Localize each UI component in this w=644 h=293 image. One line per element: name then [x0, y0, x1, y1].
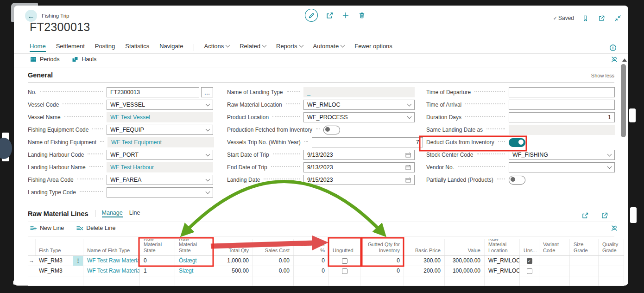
menu-tab-posting[interactable]: Posting: [95, 43, 115, 52]
cell-value[interactable]: 300,000.00: [445, 256, 485, 266]
delete-line-button[interactable]: Delete Line: [76, 224, 115, 232]
menu-dropdown-actions[interactable]: Actions: [204, 43, 230, 52]
ungutted-checkbox[interactable]: [342, 268, 347, 274]
vessels-trip-no-within-year-input[interactable]: 7: [312, 137, 423, 147]
column-header-size_grade[interactable]: Size Grade: [570, 239, 599, 255]
cell-raw_material_location[interactable]: WF_RMLOC: [485, 266, 520, 276]
deduct-guts-from-inventory-toggle[interactable]: [509, 138, 525, 147]
ungutted-checkbox[interactable]: [342, 258, 347, 264]
side-panel-handle[interactable]: [0, 138, 12, 159]
cell-raw_material_state[interactable]: 1: [140, 266, 175, 276]
share-list-button[interactable]: [580, 210, 590, 221]
cell-raw_material_location[interactable]: WF_RMLOC: [485, 256, 520, 266]
cell-name_of_raw_material_state[interactable]: Óslægt: [175, 256, 212, 266]
landing-date-input[interactable]: 9/15/2023: [303, 175, 415, 185]
cell-name_of_raw_material_state[interactable]: Slægt: [175, 266, 212, 276]
cell-value[interactable]: 100,000.00: [445, 266, 485, 276]
product-location-select[interactable]: WF_PROCESS: [303, 112, 415, 122]
pin-button[interactable]: [611, 56, 618, 65]
cell-raw_material_state[interactable]: 0: [140, 256, 175, 266]
column-header-name_of_fish_type[interactable]: Name of Fish Type: [83, 239, 140, 255]
fishing-area-code-select[interactable]: WF_FAREA: [107, 175, 213, 185]
cell-fish_type[interactable]: WF_RM3: [35, 256, 73, 266]
hauls-button[interactable]: Hauls: [71, 56, 96, 63]
periods-button[interactable]: Periods: [30, 56, 59, 63]
cell-sales_cost_pct[interactable]: 0: [294, 256, 329, 266]
edit-button[interactable]: [304, 8, 318, 22]
cell-basic_price[interactable]: 200.00: [404, 266, 445, 276]
duration-days-input[interactable]: 1: [509, 112, 615, 122]
date-picker-button[interactable]: [405, 152, 411, 158]
cell-gutted_qty_for_inventory[interactable]: 0: [360, 266, 404, 276]
cell-gutted_qty_for_inventory[interactable]: 0: [360, 256, 404, 266]
menu-dropdown-related[interactable]: Related: [240, 43, 266, 52]
menu-tab-settlement[interactable]: Settlement: [56, 43, 85, 52]
start-date-of-trip-input[interactable]: 9/13/2023: [303, 150, 415, 160]
column-header-sales_cost[interactable]: Sales Cost: [253, 239, 294, 255]
uns-checkbox[interactable]: [527, 258, 532, 264]
cell-sales_cost[interactable]: 0.00: [253, 256, 294, 266]
tab-line[interactable]: Line: [129, 210, 140, 217]
column-header-total_qty[interactable]: Total Qty: [212, 239, 253, 255]
cell-sales_cost[interactable]: 0.00: [253, 266, 294, 276]
scroll-up-arrow[interactable]: [622, 58, 627, 62]
cell-variant_code[interactable]: [539, 266, 570, 276]
cell-sales_cost_pct[interactable]: 0: [294, 266, 329, 276]
column-header-ungutted[interactable]: Ungutted: [329, 239, 360, 255]
column-header-variant_code[interactable]: Variant Code: [539, 239, 570, 255]
partially-landed-products-toggle[interactable]: [509, 176, 525, 185]
date-picker-button[interactable]: [405, 177, 411, 183]
column-header-raw_material_state[interactable]: Raw Material State: [140, 239, 175, 255]
assist-edit-button[interactable]: …: [201, 87, 213, 97]
no-input[interactable]: FT2300013: [107, 87, 199, 97]
vessel-code-select[interactable]: WF_VESSEL: [107, 100, 213, 110]
open-in-new-window-button[interactable]: [596, 13, 606, 23]
landing-harbour-code-select[interactable]: WF_PORT: [107, 150, 213, 160]
cell-quality_grade[interactable]: [599, 266, 624, 276]
menu-fewer-options[interactable]: Fewer options: [354, 43, 392, 52]
breadcrumb[interactable]: Fishing Trip: [42, 13, 69, 19]
time-of-departure-input[interactable]: [509, 87, 615, 97]
date-picker-button[interactable]: [405, 165, 411, 170]
cell-variant_code[interactable]: [539, 256, 570, 266]
raw-material-location-select[interactable]: WF_RMLOC: [303, 100, 415, 110]
landing-type-code-select[interactable]: [107, 187, 213, 197]
add-button[interactable]: [341, 10, 351, 20]
vendor-no-select[interactable]: [509, 162, 615, 172]
fishing-equipment-code-select[interactable]: WF_FEQUIP: [107, 125, 213, 135]
cell-size_grade[interactable]: [570, 266, 599, 276]
column-header-raw_material_location[interactable]: Raw Material Location: [485, 239, 520, 255]
show-less-link[interactable]: Show less: [591, 73, 614, 78]
delete-button[interactable]: [357, 10, 367, 20]
menu-dropdown-automate[interactable]: Automate: [313, 43, 345, 52]
menu-tab-statistics[interactable]: Statistics: [125, 43, 149, 52]
column-header-name_of_raw_material_state[interactable]: Name of Raw Material State: [175, 239, 212, 255]
pin-button[interactable]: [611, 224, 618, 234]
cell-name_of_fish_type[interactable]: WF Test Raw Material 3: [83, 256, 140, 266]
column-header-basic_price[interactable]: Basic Price: [404, 239, 445, 255]
stock-center-code-select[interactable]: WF_FISHING: [509, 150, 615, 160]
row-context-menu-button[interactable]: ⋮: [73, 256, 83, 266]
share-button[interactable]: [324, 10, 335, 20]
uns-checkbox[interactable]: [527, 268, 532, 274]
time-of-arrival-input[interactable]: [509, 100, 615, 110]
cell-basic_price[interactable]: 300.00: [404, 256, 445, 266]
end-date-of-trip-input[interactable]: 9/13/2023: [303, 162, 415, 172]
column-header-sales_cost_pct[interactable]: Sales Cost %: [294, 239, 329, 255]
column-header-quality_grade[interactable]: Quality Grade: [599, 239, 624, 255]
cell-total_qty[interactable]: 500.00: [212, 266, 253, 276]
vertical-scrollbar[interactable]: [621, 64, 626, 137]
cell-size_grade[interactable]: [570, 256, 599, 266]
column-header-uns[interactable]: Uns...: [520, 239, 539, 255]
cell-name_of_fish_type[interactable]: WF Test Raw Material 3: [83, 266, 140, 276]
production-fetched-from-inventory-toggle[interactable]: [323, 126, 340, 134]
tab-manage[interactable]: Manage: [102, 210, 123, 217]
cell-quality_grade[interactable]: [599, 256, 624, 266]
menu-dropdown-reports[interactable]: Reports: [276, 43, 303, 52]
menu-tab-navigate[interactable]: Navigate: [159, 43, 183, 52]
column-header-fish_type[interactable]: Fish Type: [35, 239, 73, 255]
info-button[interactable]: [608, 43, 618, 53]
cell-fish_type[interactable]: WF_RM3: [35, 266, 73, 276]
column-header-gutted_qty_for_inventory[interactable]: Gutted Qty for Inventory: [360, 239, 404, 255]
collapse-button[interactable]: [612, 13, 623, 23]
